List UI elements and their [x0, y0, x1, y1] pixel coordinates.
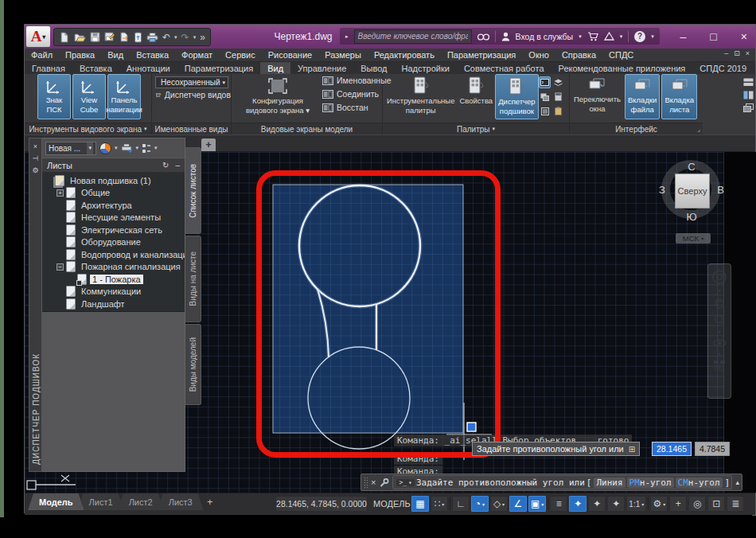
command-option[interactable]: Линия [594, 478, 625, 488]
export-icon[interactable] [119, 32, 130, 42]
properties-gear-icon[interactable]: ⚙ [29, 166, 41, 174]
ribbon-tab[interactable]: Управление [290, 62, 353, 74]
close-icon[interactable]: × [29, 142, 41, 150]
ribbon-tab[interactable]: Надстройки [395, 62, 457, 74]
view-cube-face-top[interactable]: Сверху [675, 173, 710, 209]
save-as-icon[interactable] [104, 32, 115, 42]
ribbon-tab[interactable]: Главная [25, 62, 72, 74]
viewport-tool-button[interactable]: View Cube [72, 74, 106, 119]
sheet-tree-item[interactable]: Ландшафт [42, 298, 185, 310]
save-icon[interactable] [90, 32, 100, 42]
more-commands-icon[interactable]: » [200, 33, 205, 42]
annotation-scale-value[interactable]: 1:1▾ [626, 496, 646, 512]
sheet-tree-item[interactable]: Водопровод и канализация [42, 248, 185, 261]
sheet-tree-item[interactable]: Новая подшивка (1) [42, 174, 185, 187]
calculator-icon[interactable] [552, 91, 564, 103]
signin-label[interactable]: Вход в службы [516, 32, 574, 41]
object-snap-toggle[interactable]: ▣▾ [528, 496, 546, 512]
viewport-command[interactable]: Восстан [322, 103, 392, 112]
collapse-icon[interactable]: – [175, 161, 180, 170]
pan-hand-icon[interactable] [713, 296, 726, 309]
sheet-tree-item[interactable]: Коммуникации [42, 286, 185, 298]
command-prompt[interactable]: >_ ▾ Задайте противоположный угол или [ … [392, 475, 732, 489]
open-file-icon[interactable] [74, 32, 86, 42]
ribbon-tab[interactable]: Рекомендованные приложения [551, 62, 693, 74]
palette-tab[interactable]: Виды на листе [185, 236, 201, 322]
recent-commands-icon[interactable]: >_ ▾ [396, 479, 414, 486]
command-line-icon[interactable] [539, 76, 551, 88]
maximize-button[interactable]: □ [710, 31, 716, 42]
sheet-set-combo[interactable]: Новая ...▾ [45, 142, 96, 155]
lineweight-toggle[interactable]: ≡▾ [550, 496, 567, 512]
space-indicator[interactable]: МОДЕЛЬ [373, 496, 411, 512]
ribbon-tab[interactable]: Вид [260, 62, 290, 74]
sheet-tree-item[interactable]: 1 - Пожарка [42, 273, 185, 286]
tree-expander-icon[interactable]: + [57, 189, 64, 197]
palette-tab[interactable]: Виды моделей [185, 324, 201, 405]
refresh-icon[interactable]: ↻ [162, 161, 169, 170]
panel-label[interactable]: Видовые экраны модели [232, 123, 382, 134]
menu-item[interactable]: Размеры [318, 50, 368, 60]
drag-grip-icon[interactable] [364, 477, 368, 488]
help-icon[interactable]: ? [634, 31, 645, 42]
undo-icon[interactable]: ↶ [162, 33, 170, 42]
search-input[interactable] [354, 29, 472, 44]
ribbon-tab[interactable]: Аннотации [119, 62, 177, 74]
mobile-upload-icon[interactable] [134, 32, 142, 43]
doc-minimize-icon[interactable]: – [724, 49, 728, 57]
menu-item[interactable]: Вид [101, 50, 130, 60]
layout-tab[interactable]: Лист2 [118, 493, 164, 510]
customize-wrench-icon[interactable] [379, 478, 389, 488]
layer-palette-icon[interactable] [552, 76, 564, 88]
sheet-tree-item[interactable]: Оборудование [42, 236, 185, 249]
expand-history-icon[interactable]: ▴ [735, 478, 739, 486]
annotation-monitor[interactable]: +▾ [669, 496, 687, 512]
ribbon-tab[interactable]: СПДС 2019 [692, 62, 754, 74]
palette-button[interactable]: Диспетчер подшивок [495, 74, 538, 119]
palette-button[interactable]: Свойства [457, 74, 495, 119]
annotation-autoscale-toggle[interactable]: ✦▾ [588, 496, 606, 512]
isolate-objects[interactable]: ◎▾ [688, 496, 706, 512]
separator[interactable]: ▾ [450, 497, 450, 510]
minimize-button[interactable]: – [680, 31, 687, 42]
workspace-switcher[interactable]: ⚙▾ [650, 496, 668, 512]
search-binoculars-icon[interactable] [477, 32, 489, 41]
annotation-scale-tool[interactable]: ✦▾ [607, 496, 625, 512]
menu-item[interactable]: Формат [175, 50, 219, 60]
ribbon-tab[interactable]: Вывод [353, 62, 394, 74]
showmotion-icon[interactable] [713, 360, 726, 371]
sheet-tree-item[interactable]: Электрическая сеть [42, 224, 185, 236]
menu-item[interactable]: Рисование [262, 50, 318, 60]
viewport-tool-button[interactable]: Панель навигации [107, 74, 141, 119]
isodraft-toggle[interactable]: ◇▾ [490, 496, 508, 512]
expand-search-icon[interactable]: ▸ [345, 33, 349, 40]
orbit-icon[interactable] [713, 337, 727, 349]
auto-hide-icon[interactable]: ⊣ [29, 154, 41, 162]
menu-item[interactable]: Вставка [130, 50, 175, 60]
close-button[interactable]: × [741, 31, 747, 42]
customization-menu[interactable]: ≣▾ [727, 496, 744, 512]
chevron-down-icon[interactable]: ▾ [136, 145, 139, 151]
compass-north[interactable]: С [655, 161, 728, 173]
polar-tracking-toggle[interactable]: ◔▾ [471, 496, 489, 512]
command-line-dock[interactable]: × >_ ▾ Задайте противоположный угол или … [360, 474, 742, 491]
named-view-command[interactable]: Диспетчер видов [156, 90, 231, 99]
command-option[interactable]: РМн-угол [627, 478, 674, 488]
grid-toggle[interactable]: ▦▾ [411, 496, 429, 512]
doc-restore-icon[interactable]: ⊡ [734, 49, 740, 57]
close-command-line-icon[interactable]: × [371, 478, 376, 487]
ortho-toggle[interactable]: ∟▾ [452, 496, 470, 512]
annotation-visibility-toggle[interactable]: ✦▾ [569, 496, 586, 512]
view-cube[interactable]: С З В Ю Сверху МСК▾ [655, 152, 728, 246]
separator[interactable]: ▾ [548, 497, 548, 510]
interface-button[interactable]: Переключить окна [571, 74, 623, 119]
compass-south[interactable]: Ю [655, 211, 728, 223]
chevron-down-icon[interactable]: ▾ [651, 33, 654, 40]
layout-tab[interactable]: Модель [28, 493, 84, 510]
chevron-down-icon[interactable]: ▾ [718, 353, 720, 355]
sheet-tree-item[interactable]: Архитектура [42, 199, 185, 212]
new-drawing-tab[interactable]: + [201, 138, 216, 151]
ribbon-tab[interactable]: Совместная работа [457, 62, 551, 74]
panel-label[interactable]: Палитры▾ [383, 123, 569, 134]
cascade-windows-icon[interactable] [743, 103, 754, 112]
